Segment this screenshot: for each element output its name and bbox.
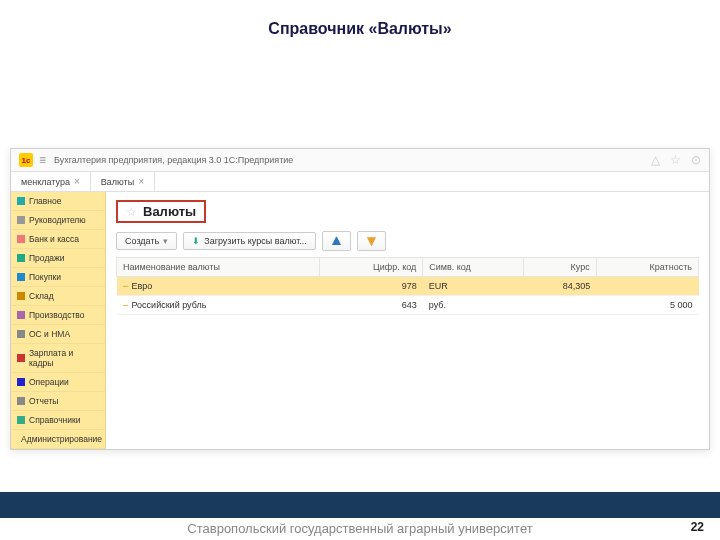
- create-button-label: Создать: [125, 236, 159, 246]
- sidebar-item-label: Справочники: [29, 415, 81, 425]
- sidebar-icon: [17, 273, 25, 281]
- col-num-code[interactable]: Цифр. код: [319, 258, 423, 277]
- sidebar-item[interactable]: Зарплата и кадры: [11, 344, 105, 373]
- download-icon: ⬇: [192, 236, 200, 246]
- arrow-up-icon: ⯅: [331, 235, 342, 247]
- load-rates-button[interactable]: ⬇ Загрузить курсы валют...: [183, 232, 316, 250]
- sidebar-icon: [17, 397, 25, 405]
- body-row: ГлавноеРуководителюБанк и кассаПродажиПо…: [11, 192, 709, 449]
- app-logo-icon: 1c: [19, 153, 33, 167]
- sidebar-item[interactable]: Администрирование: [11, 430, 105, 449]
- bell-icon[interactable]: △: [651, 153, 660, 167]
- page-title-row: ☆ Валюты: [116, 200, 699, 223]
- sidebar-item-label: Покупки: [29, 272, 61, 282]
- menu-icon[interactable]: ≡: [39, 153, 46, 167]
- sidebar-item[interactable]: Руководителю: [11, 211, 105, 230]
- cell-multiplicity: [596, 277, 698, 296]
- close-icon[interactable]: ×: [74, 176, 80, 187]
- sidebar: ГлавноеРуководителюБанк и кассаПродажиПо…: [11, 192, 106, 449]
- currencies-table: Наименование валюты Цифр. код Симв. код …: [116, 257, 699, 315]
- col-rate[interactable]: Курс: [523, 258, 596, 277]
- col-multiplicity[interactable]: Кратность: [596, 258, 698, 277]
- sidebar-item-label: Производство: [29, 310, 84, 320]
- app-window: 1c ≡ Бухгалтерия предприятия, редакция 3…: [10, 148, 710, 450]
- cell-name: ⎼Евро: [117, 277, 320, 296]
- sidebar-icon: [17, 235, 25, 243]
- cell-rate: 84,305: [523, 277, 596, 296]
- create-button[interactable]: Создать ▾: [116, 232, 177, 250]
- table-header-row: Наименование валюты Цифр. код Симв. код …: [117, 258, 699, 277]
- sidebar-item[interactable]: Банк и касса: [11, 230, 105, 249]
- sidebar-item[interactable]: Отчеты: [11, 392, 105, 411]
- nav-down-button[interactable]: ⯆: [357, 231, 386, 251]
- sidebar-item[interactable]: Справочники: [11, 411, 105, 430]
- cell-num-code: 978: [319, 277, 423, 296]
- favorite-star-icon[interactable]: ☆: [126, 205, 137, 219]
- load-rates-label: Загрузить курсы валют...: [204, 236, 307, 246]
- dropdown-icon: ▾: [163, 236, 168, 246]
- sidebar-icon: [17, 416, 25, 424]
- sidebar-icon: [17, 216, 25, 224]
- table-row[interactable]: ⎼Российский рубль643руб.5 000: [117, 296, 699, 315]
- sidebar-icon: [17, 354, 25, 362]
- sidebar-item-label: Руководителю: [29, 215, 86, 225]
- sidebar-item-label: Администрирование: [21, 434, 102, 444]
- col-name[interactable]: Наименование валюты: [117, 258, 320, 277]
- sidebar-item[interactable]: Продажи: [11, 249, 105, 268]
- sidebar-item-label: Продажи: [29, 253, 65, 263]
- sidebar-item[interactable]: Главное: [11, 192, 105, 211]
- sidebar-item-label: Операции: [29, 377, 69, 387]
- star-header-icon[interactable]: ☆: [670, 153, 681, 167]
- cell-name: ⎼Российский рубль: [117, 296, 320, 315]
- sidebar-item[interactable]: Операции: [11, 373, 105, 392]
- arrow-down-icon: ⯆: [366, 235, 377, 247]
- sidebar-icon: [17, 292, 25, 300]
- page-number: 22: [691, 520, 704, 534]
- clock-icon[interactable]: ⊙: [691, 153, 701, 167]
- cell-num-code: 643: [319, 296, 423, 315]
- sidebar-icon: [17, 197, 25, 205]
- sidebar-icon: [17, 311, 25, 319]
- header-icons: △ ☆ ⊙: [651, 153, 701, 167]
- sidebar-item-label: Отчеты: [29, 396, 58, 406]
- sidebar-item-label: Банк и касса: [29, 234, 79, 244]
- nav-up-button[interactable]: ⯅: [322, 231, 351, 251]
- sidebar-item[interactable]: Склад: [11, 287, 105, 306]
- footer-org: Ставропольский государственный аграрный …: [187, 521, 532, 536]
- table-row[interactable]: ⎼Евро978EUR84,305: [117, 277, 699, 296]
- tab-nomenclature[interactable]: менклатура ×: [11, 172, 91, 191]
- currency-name: Российский рубль: [132, 300, 207, 310]
- sidebar-item-label: ОС и НМА: [29, 329, 70, 339]
- currency-icon: ⎼: [123, 300, 128, 310]
- page-title-highlight: ☆ Валюты: [116, 200, 206, 223]
- currency-name: Евро: [132, 281, 153, 291]
- cell-sym-code: руб.: [423, 296, 524, 315]
- tab-label: Валюты: [101, 177, 134, 187]
- toolbar: Создать ▾ ⬇ Загрузить курсы валют... ⯅ ⯆: [116, 231, 699, 251]
- tab-label: менклатура: [21, 177, 70, 187]
- tabs-row: менклатура × Валюты ×: [11, 172, 709, 192]
- sidebar-item-label: Склад: [29, 291, 54, 301]
- cell-multiplicity: 5 000: [596, 296, 698, 315]
- sidebar-item[interactable]: ОС и НМА: [11, 325, 105, 344]
- tab-currencies[interactable]: Валюты ×: [91, 172, 155, 191]
- sidebar-icon: [17, 330, 25, 338]
- sidebar-icon: [17, 378, 25, 386]
- close-icon[interactable]: ×: [138, 176, 144, 187]
- sidebar-item-label: Зарплата и кадры: [29, 348, 99, 368]
- sidebar-item[interactable]: Покупки: [11, 268, 105, 287]
- app-title: Бухгалтерия предприятия, редакция 3.0 1С…: [54, 155, 651, 165]
- cell-rate: [523, 296, 596, 315]
- main-area: ☆ Валюты Создать ▾ ⬇ Загрузить курсы вал…: [106, 192, 709, 449]
- currency-icon: ⎼: [123, 281, 128, 291]
- col-sym-code[interactable]: Симв. код: [423, 258, 524, 277]
- footer-bar: [0, 492, 720, 518]
- footer-text: Ставропольский государственный аграрный …: [0, 521, 720, 540]
- cell-sym-code: EUR: [423, 277, 524, 296]
- slide-title: Справочник «Валюты»: [0, 0, 720, 48]
- page-title: Валюты: [143, 204, 196, 219]
- app-header: 1c ≡ Бухгалтерия предприятия, редакция 3…: [11, 149, 709, 172]
- sidebar-item[interactable]: Производство: [11, 306, 105, 325]
- sidebar-item-label: Главное: [29, 196, 61, 206]
- sidebar-icon: [17, 254, 25, 262]
